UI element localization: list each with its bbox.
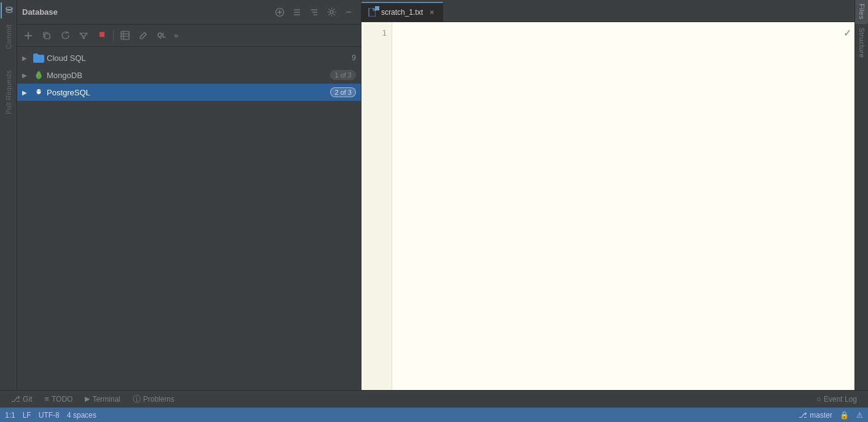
editor-area: scratch_1.txt ✕ 1 ✓	[361, 0, 854, 390]
line-numbers: 1	[361, 22, 392, 390]
todo-tab[interactable]: ≡ TODO	[38, 391, 79, 408]
editor-content: 1 ✓	[361, 22, 854, 390]
chevron-icon: ▶	[22, 55, 31, 62]
problems-icon: ⓘ	[133, 394, 141, 405]
indent-value: 4 spaces	[67, 411, 97, 420]
status-branch[interactable]: ⎇ master	[799, 411, 832, 420]
event-log-icon: ○	[816, 394, 821, 404]
status-bar: 1:1 LF UTF-8 4 spaces ⎇ master 🔒 ⚠	[0, 407, 868, 422]
tree-item-mongodb[interactable]: ▶ MongoDB 1 of 3	[17, 66, 361, 84]
status-position[interactable]: 1:1	[5, 411, 15, 420]
chevron-icon: ▶	[22, 72, 31, 79]
collapse-all-button[interactable]	[290, 5, 304, 20]
line-ending-value: LF	[23, 411, 31, 420]
line-number-1: 1	[361, 27, 392, 39]
svg-rect-13	[45, 34, 50, 39]
svg-point-24	[39, 90, 41, 92]
event-log-tab[interactable]: ○ Event Log	[810, 391, 863, 408]
git-icon: ⎇	[11, 394, 20, 404]
lock-icon: 🔒	[840, 411, 849, 420]
mongodb-badge: 1 of 3	[330, 70, 356, 80]
database-panel-header: Database −	[17, 0, 361, 25]
files-panel-label[interactable]: Files	[855, 0, 868, 23]
expand-all-button[interactable]	[307, 5, 322, 20]
tab-close-button[interactable]: ✕	[427, 7, 436, 17]
toolbar-separator-1	[113, 30, 114, 42]
filter-button[interactable]	[75, 27, 92, 44]
status-indent[interactable]: 4 spaces	[67, 411, 97, 420]
terminal-tab[interactable]: ▶ Terminal	[79, 391, 126, 408]
svg-point-0	[6, 7, 12, 10]
terminal-label: Terminal	[92, 395, 120, 404]
git-label: Git	[23, 395, 32, 404]
postgresql-badge: 2 of 3	[330, 87, 356, 97]
branch-icon: ⎇	[799, 411, 807, 420]
minimize-button[interactable]: −	[341, 5, 356, 20]
svg-point-23	[37, 90, 38, 92]
stop-button[interactable]	[93, 27, 111, 44]
git-tab[interactable]: ⎇ Git	[5, 391, 38, 408]
svg-rect-14	[100, 32, 105, 37]
cloud-sql-badge: 9	[352, 54, 356, 62]
check-icon: ✓	[843, 27, 851, 39]
add-datasource-button[interactable]	[272, 5, 287, 20]
postgresql-icon	[33, 87, 44, 98]
position-value: 1:1	[5, 411, 15, 420]
mongodb-icon	[33, 70, 44, 81]
database-toolbar: QL »	[17, 25, 361, 47]
todo-icon: ≡	[44, 394, 49, 404]
status-lock[interactable]: 🔒	[840, 411, 849, 420]
file-icon	[368, 8, 377, 17]
status-line-ending[interactable]: LF	[23, 411, 31, 420]
activity-bar-database[interactable]	[1, 2, 17, 18]
event-log-label: Event Log	[824, 395, 857, 404]
tab-bar: scratch_1.txt ✕	[361, 0, 854, 22]
right-sidebar: Files Structure	[854, 0, 868, 390]
editor-right-gutter: ✓	[840, 22, 854, 390]
activity-bar: Commit Pull Requests	[0, 0, 17, 390]
activity-bar-pull-requests[interactable]: Pull Requests	[5, 69, 12, 116]
query-console-button[interactable]: QL	[153, 27, 170, 44]
todo-label: TODO	[52, 395, 73, 404]
bottom-toolbar: ⎇ Git ≡ TODO ▶ Terminal ⓘ Problems ○ Eve…	[0, 390, 868, 407]
status-encoding[interactable]: UTF-8	[39, 411, 60, 420]
svg-point-10	[330, 10, 333, 14]
editor-text-area[interactable]	[392, 22, 840, 390]
svg-rect-15	[121, 31, 129, 39]
add-button[interactable]	[20, 27, 37, 44]
terminal-icon: ▶	[85, 395, 90, 403]
refresh-button[interactable]	[57, 27, 74, 44]
tree-item-cloud-sql[interactable]: ▶ Cloud SQL 9	[17, 49, 361, 66]
branch-value: master	[810, 411, 832, 420]
cloud-sql-icon	[33, 52, 44, 63]
chevron-icon: ▶	[22, 89, 31, 96]
settings-button[interactable]	[324, 5, 339, 20]
encoding-value: UTF-8	[39, 411, 60, 420]
problems-tab[interactable]: ⓘ Problems	[127, 391, 181, 408]
status-warning[interactable]: ⚠	[856, 411, 863, 420]
structure-panel-label[interactable]: Structure	[855, 24, 868, 62]
toolbar-more-button[interactable]: »	[172, 31, 181, 40]
edit-button[interactable]	[135, 27, 152, 44]
copy-button[interactable]	[38, 27, 55, 44]
database-tree: ▶ Cloud SQL 9 ▶	[17, 47, 361, 390]
svg-point-22	[37, 89, 41, 94]
tree-item-postgresql[interactable]: ▶ PostgreSQL 2 of 3	[17, 84, 361, 101]
database-panel: Database −	[17, 0, 361, 390]
activity-bar-commit[interactable]: Commit	[5, 23, 12, 50]
panel-title: Database	[22, 7, 58, 17]
table-view-button[interactable]	[116, 27, 133, 44]
problems-label: Problems	[143, 395, 175, 404]
warning-icon: ⚠	[856, 411, 863, 420]
tab-scratch-1[interactable]: scratch_1.txt ✕	[361, 2, 443, 22]
